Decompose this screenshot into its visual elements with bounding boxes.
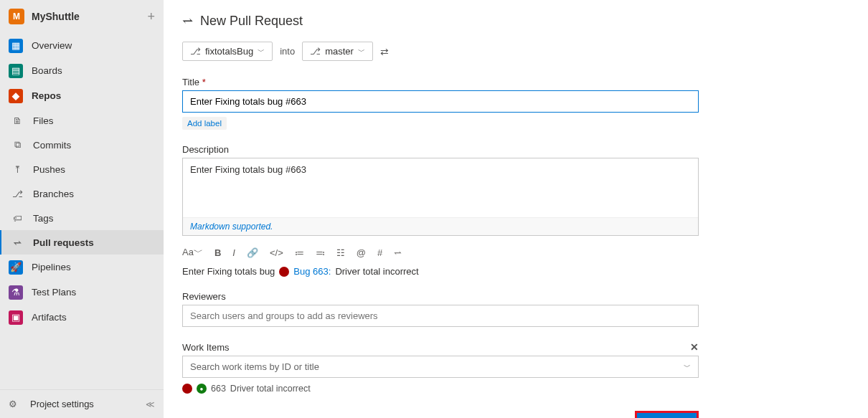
work-items-placeholder: Search work items by ID or title bbox=[190, 361, 319, 372]
italic-tool[interactable]: I bbox=[232, 247, 235, 258]
sidebar-item-label: Test Plans bbox=[32, 287, 76, 298]
tag-icon: 🏷 bbox=[10, 211, 24, 225]
project-logo: M bbox=[9, 9, 24, 24]
sidebar-item-pull-requests[interactable]: ⥋ Pull requests bbox=[0, 230, 164, 255]
pipelines-icon: 🚀 bbox=[9, 260, 23, 275]
sidebar-item-label: Artifacts bbox=[32, 312, 67, 323]
sidebar-item-label: Files bbox=[33, 115, 54, 126]
sidebar-item-artifacts[interactable]: ▣ Artifacts bbox=[0, 305, 164, 330]
into-label: into bbox=[280, 46, 295, 57]
sidebar-item-label: Pipelines bbox=[32, 262, 71, 272]
mention-tool[interactable]: @ bbox=[357, 247, 366, 258]
hash-tool[interactable]: # bbox=[377, 247, 382, 258]
heading-tool[interactable]: Aa﹀ bbox=[182, 246, 203, 259]
sidebar-footer[interactable]: ⚙ Project settings ≪ bbox=[0, 389, 164, 418]
sidebar-item-boards[interactable]: ▤ Boards bbox=[0, 58, 164, 83]
sidebar-item-commits[interactable]: ⧉ Commits bbox=[0, 133, 164, 157]
assignee-avatar: ● bbox=[197, 384, 207, 394]
sidebar-item-label: Branches bbox=[33, 189, 74, 199]
description-label: Description bbox=[182, 144, 849, 155]
bullet-list-tool[interactable]: ≔ bbox=[295, 247, 304, 258]
create-button[interactable]: Create bbox=[635, 411, 699, 418]
branch-icon: ⎇ bbox=[190, 46, 201, 57]
sidebar-item-branches[interactable]: ⎇ Branches bbox=[0, 181, 164, 206]
repos-icon: ◆ bbox=[9, 89, 23, 103]
branch-icon: ⎇ bbox=[310, 46, 321, 57]
gear-icon: ⚙ bbox=[9, 399, 23, 409]
editor-toolbar: Aa﹀ B I 🔗 </> ≔ ≕ ☷ @ # ⥋ bbox=[182, 246, 849, 259]
preview-text: Enter Fixing totals bug bbox=[182, 266, 275, 277]
target-branch-name: master bbox=[325, 46, 354, 57]
collapse-icon[interactable]: ≪ bbox=[146, 399, 155, 409]
file-icon: 🗎 bbox=[10, 113, 24, 128]
sidebar-item-overview[interactable]: ▦ Overview bbox=[0, 33, 164, 58]
pr-link-tool[interactable]: ⥋ bbox=[394, 247, 402, 258]
overview-icon: ▦ bbox=[9, 39, 23, 53]
sidebar-item-label: Boards bbox=[32, 65, 62, 76]
checklist-tool[interactable]: ☷ bbox=[336, 247, 345, 258]
work-item-title: Driver total incorrect bbox=[230, 384, 311, 394]
sidebar-nav: ▦ Overview ▤ Boards ◆ Repos 🗎 Files ⧉ Co… bbox=[0, 33, 164, 389]
bug-icon bbox=[182, 384, 192, 394]
main-content: ⥋ New Pull Request ⎇ fixtotalsBug ﹀ into… bbox=[164, 0, 868, 418]
sidebar-item-pushes[interactable]: ⤒ Pushes bbox=[0, 157, 164, 181]
work-items-combo[interactable]: Search work items by ID or title ﹀ bbox=[182, 356, 699, 378]
push-icon: ⤒ bbox=[10, 162, 24, 176]
description-input[interactable]: Enter Fixing totals bug #663 bbox=[183, 158, 698, 217]
work-item-row[interactable]: ● 663 Driver total incorrect bbox=[182, 384, 849, 394]
plus-icon[interactable]: + bbox=[147, 9, 155, 24]
source-branch-name: fixtotalsBug bbox=[205, 46, 253, 57]
bug-title: Driver total incorrect bbox=[335, 266, 418, 277]
reviewers-label: Reviewers bbox=[182, 291, 849, 302]
pull-request-icon: ⥋ bbox=[182, 13, 193, 29]
bug-link[interactable]: Bug 663: bbox=[293, 266, 331, 277]
project-header: M MyShuttle + bbox=[0, 0, 164, 33]
target-branch-select[interactable]: ⎇ master ﹀ bbox=[302, 42, 373, 61]
chevron-down-icon: ﹀ bbox=[684, 362, 691, 372]
boards-icon: ▤ bbox=[9, 64, 23, 78]
branch-selector-row: ⎇ fixtotalsBug ﹀ into ⎇ master ﹀ ⇄ bbox=[182, 42, 849, 61]
sidebar-item-files[interactable]: 🗎 Files bbox=[0, 108, 164, 133]
sidebar-item-label: Repos bbox=[32, 90, 61, 101]
test-plans-icon: ⚗ bbox=[9, 285, 23, 300]
description-preview: Enter Fixing totals bug Bug 663: Driver … bbox=[182, 266, 849, 277]
reviewers-input[interactable] bbox=[182, 305, 699, 327]
number-list-tool[interactable]: ≕ bbox=[316, 247, 325, 258]
sidebar-item-tags[interactable]: 🏷 Tags bbox=[0, 206, 164, 230]
source-branch-select[interactable]: ⎇ fixtotalsBug ﹀ bbox=[182, 42, 273, 61]
page-header: ⥋ New Pull Request bbox=[182, 13, 849, 29]
create-row: Create bbox=[182, 411, 699, 418]
sidebar-item-test-plans[interactable]: ⚗ Test Plans bbox=[0, 280, 164, 305]
description-box: Enter Fixing totals bug #663 Markdown su… bbox=[182, 158, 699, 236]
title-label: Title * bbox=[182, 77, 849, 87]
markdown-hint: Markdown supported. bbox=[183, 217, 698, 235]
work-items-label: Work Items bbox=[182, 342, 230, 353]
code-tool[interactable]: </> bbox=[270, 247, 283, 258]
artifacts-icon: ▣ bbox=[9, 310, 23, 325]
chevron-down-icon: ﹀ bbox=[258, 47, 265, 57]
sidebar: M MyShuttle + ▦ Overview ▤ Boards ◆ Repo… bbox=[0, 0, 164, 418]
project-settings-label: Project settings bbox=[30, 399, 94, 409]
chevron-down-icon: ﹀ bbox=[358, 47, 365, 57]
add-label-button[interactable]: Add label bbox=[182, 117, 227, 130]
sidebar-item-repos[interactable]: ◆ Repos bbox=[0, 83, 164, 108]
swap-branches-icon[interactable]: ⇄ bbox=[380, 46, 389, 57]
close-icon[interactable]: ✕ bbox=[690, 341, 699, 353]
required-asterisk: * bbox=[202, 77, 206, 87]
sidebar-item-pipelines[interactable]: 🚀 Pipelines bbox=[0, 255, 164, 280]
commit-icon: ⧉ bbox=[10, 138, 24, 152]
bug-icon bbox=[279, 267, 289, 277]
work-item-id: 663 bbox=[211, 384, 226, 394]
pr-icon: ⥋ bbox=[10, 235, 24, 250]
branch-icon: ⎇ bbox=[10, 186, 24, 201]
page-title: New Pull Request bbox=[200, 14, 303, 29]
sidebar-item-label: Commits bbox=[33, 140, 71, 151]
sidebar-item-label: Tags bbox=[33, 213, 54, 224]
project-name: MyShuttle bbox=[32, 11, 147, 22]
sidebar-item-label: Pull requests bbox=[33, 237, 94, 248]
sidebar-item-label: Pushes bbox=[33, 164, 65, 175]
bold-tool[interactable]: B bbox=[214, 247, 221, 258]
sidebar-item-label: Overview bbox=[32, 40, 72, 51]
link-tool[interactable]: 🔗 bbox=[247, 247, 258, 258]
title-input[interactable] bbox=[182, 90, 699, 113]
